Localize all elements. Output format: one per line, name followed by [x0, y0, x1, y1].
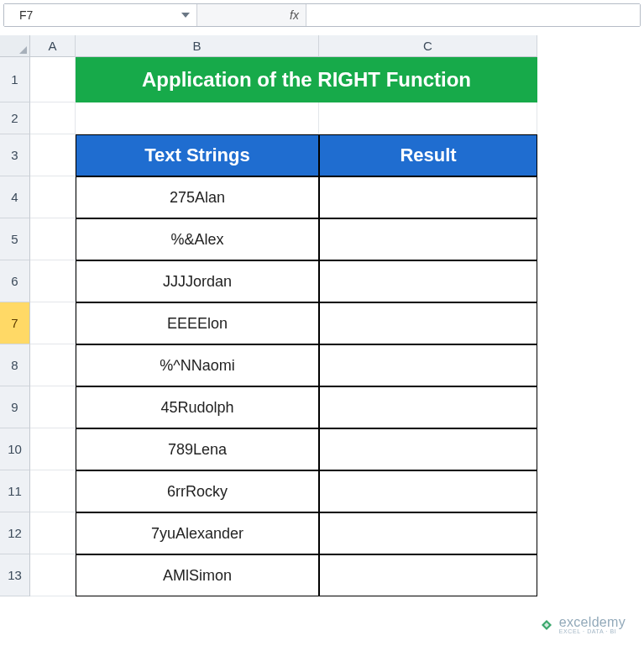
row-header-2[interactable]: 2	[0, 102, 30, 134]
grid-row-11: 6rrRocky	[30, 470, 644, 512]
cell-A13[interactable]	[30, 554, 76, 596]
cell-A7[interactable]	[30, 302, 76, 344]
column-headers: ABC	[30, 35, 644, 57]
cell-A10[interactable]	[30, 428, 76, 470]
fx-button[interactable]: fx	[197, 4, 306, 26]
row-header-9[interactable]: 9	[0, 386, 30, 428]
column-header-C[interactable]: C	[319, 35, 537, 57]
cell-B11[interactable]: 6rrRocky	[76, 470, 319, 512]
cell-B8[interactable]: %^NNaomi	[76, 344, 319, 386]
grid-row-3: Text StringsResult	[30, 134, 644, 176]
cell-C4[interactable]	[319, 176, 537, 218]
cell-A3[interactable]	[30, 134, 76, 176]
grid-row-9: 45Rudolph	[30, 386, 644, 428]
cell-B6[interactable]: JJJJordan	[76, 260, 319, 302]
row-header-3[interactable]: 3	[0, 134, 30, 176]
grid: Application of the RIGHT FunctionText St…	[30, 57, 644, 596]
cell-C10[interactable]	[319, 428, 537, 470]
cell-C2[interactable]	[319, 102, 537, 134]
column-header-B[interactable]: B	[76, 35, 319, 57]
cell-B10[interactable]: 789Lena	[76, 428, 319, 470]
title-cell[interactable]: Application of the RIGHT Function	[76, 57, 537, 102]
cell-A11[interactable]	[30, 470, 76, 512]
cell-C8[interactable]	[319, 344, 537, 386]
cell-A4[interactable]	[30, 176, 76, 218]
grid-row-13: AMlSimon	[30, 554, 644, 596]
cell-C7[interactable]	[319, 302, 537, 344]
cell-B13[interactable]: AMlSimon	[76, 554, 319, 596]
name-box-dropdown-icon[interactable]	[180, 9, 191, 21]
row-header-1[interactable]: 1	[0, 57, 30, 102]
row-header-7[interactable]: 7	[0, 302, 30, 344]
column-header-A[interactable]: A	[30, 35, 76, 57]
row-header-6[interactable]: 6	[0, 260, 30, 302]
row-headers: 12345678910111213	[0, 57, 30, 596]
watermark: exceldemy EXCEL · DATA · BI	[539, 615, 626, 634]
watermark-tag: EXCEL · DATA · BI	[559, 628, 626, 634]
row-header-4[interactable]: 4	[0, 176, 30, 218]
cell-C6[interactable]	[319, 260, 537, 302]
grid-row-10: 789Lena	[30, 428, 644, 470]
cell-C9[interactable]	[319, 386, 537, 428]
cell-A8[interactable]	[30, 344, 76, 386]
grid-row-7: EEEElon	[30, 302, 644, 344]
grid-row-8: %^NNaomi	[30, 344, 644, 386]
cell-B4[interactable]: 275Alan	[76, 176, 319, 218]
cell-A5[interactable]	[30, 218, 76, 260]
cell-A2[interactable]	[30, 102, 76, 134]
cell-B9[interactable]: 45Rudolph	[76, 386, 319, 428]
row-header-12[interactable]: 12	[0, 512, 30, 554]
cell-A6[interactable]	[30, 260, 76, 302]
grid-row-5: %&Alex	[30, 218, 644, 260]
sheet-area: ABC 12345678910111213 Application of the…	[0, 35, 644, 596]
cell-C5[interactable]	[319, 218, 537, 260]
cell-A12[interactable]	[30, 512, 76, 554]
grid-row-4: 275Alan	[30, 176, 644, 218]
cell-B12[interactable]: 7yuAlexander	[76, 512, 319, 554]
row-header-8[interactable]: 8	[0, 344, 30, 386]
grid-row-6: JJJJordan	[30, 260, 644, 302]
name-box-value: F7	[4, 8, 33, 22]
cell-B5[interactable]: %&Alex	[76, 218, 319, 260]
grid-row-2	[30, 102, 644, 134]
select-all-corner[interactable]	[0, 35, 30, 57]
row-header-5[interactable]: 5	[0, 218, 30, 260]
cell-A9[interactable]	[30, 386, 76, 428]
cell-B2[interactable]	[76, 102, 319, 134]
header-text-strings[interactable]: Text Strings	[76, 134, 319, 176]
grid-row-12: 7yuAlexander	[30, 512, 644, 554]
cell-A1[interactable]	[30, 57, 76, 102]
row-header-10[interactable]: 10	[0, 428, 30, 470]
name-box[interactable]: F7	[4, 4, 197, 26]
cell-C11[interactable]	[319, 470, 537, 512]
header-result[interactable]: Result	[319, 134, 537, 176]
formula-input[interactable]	[306, 4, 640, 26]
watermark-logo-icon	[539, 617, 554, 633]
row-header-11[interactable]: 11	[0, 470, 30, 512]
formula-bar: F7 fx	[3, 3, 641, 27]
cell-B7[interactable]: EEEElon	[76, 302, 319, 344]
cell-C13[interactable]	[319, 554, 537, 596]
row-header-13[interactable]: 13	[0, 554, 30, 596]
cell-C12[interactable]	[319, 512, 537, 554]
fx-label: fx	[290, 8, 299, 22]
grid-row-1: Application of the RIGHT Function	[30, 57, 644, 102]
